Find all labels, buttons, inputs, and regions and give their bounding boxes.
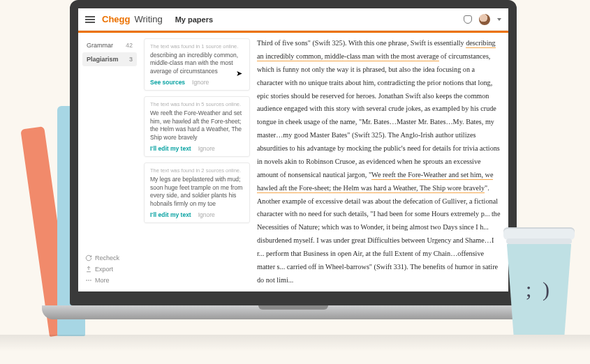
refresh-icon bbox=[85, 255, 92, 261]
sidebar-item-plagiarism[interactable]: Plagiarism 3 bbox=[82, 52, 137, 66]
ignore-button[interactable]: Ignore bbox=[198, 211, 215, 218]
export-button[interactable]: Export bbox=[82, 264, 137, 275]
brand-chegg: Chegg bbox=[102, 14, 130, 24]
avatar[interactable] bbox=[479, 14, 490, 25]
sidebar-item-count: 3 bbox=[129, 56, 133, 63]
recheck-button[interactable]: Recheck bbox=[82, 252, 137, 264]
bell-icon[interactable] bbox=[464, 15, 472, 24]
issue-card[interactable]: The text was found in 1 source online. d… bbox=[144, 38, 250, 91]
dots-icon bbox=[85, 277, 92, 284]
doc-text: ". Another example of excessive detail w… bbox=[257, 184, 500, 284]
laptop-frame: Chegg Writing My papers Grammar 42 Plagi… bbox=[70, 0, 517, 319]
svg-point-0 bbox=[86, 280, 87, 281]
edit-text-button[interactable]: I'll edit my text bbox=[150, 145, 191, 152]
export-label: Export bbox=[95, 266, 113, 273]
ignore-button[interactable]: Ignore bbox=[198, 145, 215, 152]
ignore-button[interactable]: Ignore bbox=[192, 79, 209, 86]
chevron-down-icon[interactable] bbox=[497, 18, 501, 21]
issue-card[interactable]: The text was found in 5 sources online. … bbox=[144, 96, 250, 157]
svg-point-2 bbox=[90, 280, 91, 281]
sidebar-item-count: 42 bbox=[126, 42, 133, 49]
issue-card[interactable]: The text was found in 2 sources online. … bbox=[144, 162, 250, 223]
export-icon bbox=[85, 266, 92, 273]
recheck-label: Recheck bbox=[95, 255, 119, 261]
svg-point-1 bbox=[88, 280, 89, 281]
document-text[interactable]: Third of five sons" (Swift 325). With th… bbox=[253, 33, 508, 291]
sidebar: Grammar 42 Plagiarism 3 Recheck bbox=[78, 33, 141, 291]
page-title: My papers bbox=[175, 15, 213, 24]
app-header: Chegg Writing My papers bbox=[78, 8, 508, 31]
app-screen: Chegg Writing My papers Grammar 42 Plagi… bbox=[78, 8, 508, 291]
more-button[interactable]: More bbox=[82, 275, 137, 286]
sidebar-item-label: Plagiarism bbox=[87, 56, 119, 63]
brand-writing: Writing bbox=[134, 14, 162, 24]
doc-text: of circumstances, which is funny not onl… bbox=[257, 52, 500, 179]
sidebar-item-grammar[interactable]: Grammar 42 bbox=[82, 38, 137, 52]
menu-icon[interactable] bbox=[85, 16, 95, 23]
issue-cards-column: ➤ The text was found in 1 source online.… bbox=[141, 33, 253, 291]
see-sources-button[interactable]: See sources bbox=[150, 79, 185, 86]
edit-text-button[interactable]: I'll edit my text bbox=[150, 211, 191, 218]
card-excerpt: My legs are beplastered with mud; soon h… bbox=[150, 176, 244, 208]
laptop-base bbox=[42, 305, 545, 319]
doc-text: Third of five sons" (Swift 325). With th… bbox=[257, 39, 466, 47]
card-meta: The text was found in 5 sources online. bbox=[150, 101, 244, 107]
card-meta: The text was found in 1 source online. bbox=[150, 43, 244, 50]
coffee-cup: ; ) bbox=[501, 227, 577, 339]
card-excerpt: describing an incredibly common, middle-… bbox=[150, 52, 244, 75]
card-excerpt: We reeft the Fore-Weather and set him, w… bbox=[150, 109, 244, 142]
more-label: More bbox=[95, 277, 110, 284]
cup-face: ; ) bbox=[526, 278, 552, 301]
card-meta: The text was found in 2 sources online. bbox=[150, 167, 244, 174]
sidebar-item-label: Grammar bbox=[87, 42, 113, 49]
